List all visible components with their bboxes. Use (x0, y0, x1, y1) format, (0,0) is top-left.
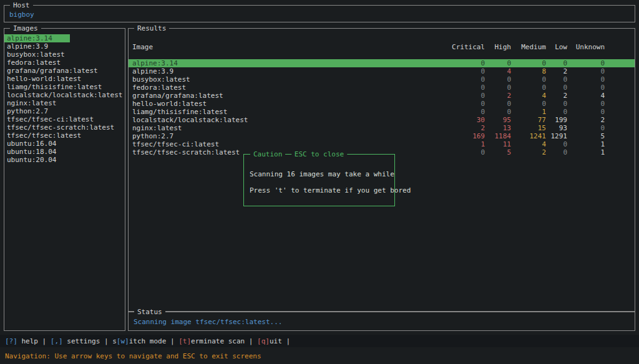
column-header-unknown: Unknown (567, 43, 605, 51)
result-row-image: nginx:latest (132, 124, 449, 132)
image-list-item[interactable]: grafana/grafana:latest (4, 67, 125, 75)
image-list-item-label: liamg/thisisfine:latest (7, 83, 102, 91)
image-list-item-label: nginx:latest (7, 99, 56, 107)
result-row[interactable]: grafana/grafana:latest02424 (129, 92, 635, 100)
count-critical: 0 (449, 84, 485, 92)
result-row[interactable]: busybox:latest00000 (129, 75, 635, 84)
result-row[interactable]: python:2.71691184124112915 (129, 132, 635, 140)
status-panel: Status Scanning image tfsec/tfsec:latest… (128, 312, 635, 331)
image-list-item[interactable]: alpine:3.14 (4, 34, 70, 42)
image-list-item[interactable]: tfsec/tfsec:latest (4, 132, 125, 140)
count-high: 4 (485, 67, 511, 75)
count-critical: 0 (449, 92, 485, 100)
count-low: 0 (546, 59, 567, 67)
count-medium: 2 (511, 148, 546, 156)
image-list-item[interactable]: tfsec/tfsec-ci:latest (4, 115, 125, 123)
count-unknown: 4 (567, 92, 605, 100)
image-list-item-label: ubuntu:18.04 (7, 148, 56, 156)
help-bar: [?] help | [,] settings | s[w]itch mode … (0, 335, 639, 347)
image-list-item[interactable]: nginx:latest (4, 99, 125, 107)
count-low: 0 (546, 148, 567, 156)
count-low: 2 (546, 67, 567, 75)
image-list-item-label: tfsec/tfsec-ci:latest (7, 115, 94, 123)
result-row[interactable]: fedora:latest00000 (129, 84, 635, 92)
count-high: 1184 (485, 132, 511, 140)
help-bar-text: help | (17, 337, 51, 345)
count-unknown: 0 (567, 67, 605, 75)
help-bar-key[interactable]: [t] (178, 337, 191, 345)
result-row[interactable]: alpine:3.1400000 (129, 59, 635, 67)
help-bar-key[interactable]: [,] (51, 337, 63, 345)
count-medium: 15 (511, 124, 546, 132)
results-panel-title: Results (134, 24, 169, 32)
column-header-critical: Critical (449, 43, 485, 51)
result-row[interactable]: tfsec/tfsec-ci:latest111401 (129, 140, 635, 148)
result-row[interactable]: localstack/localstack:latest3095771992 (129, 116, 635, 124)
image-list-item-label: tfsec/tfsec:latest (7, 132, 81, 140)
column-header-low: Low (546, 43, 567, 51)
result-row-image: busybox:latest (132, 75, 449, 84)
help-bar-key[interactable]: [?] (5, 337, 17, 345)
image-list-item[interactable]: ubuntu:16.04 (4, 140, 125, 148)
image-list-item[interactable]: fedora:latest (4, 59, 125, 67)
count-unknown: 0 (567, 84, 605, 92)
image-list-item[interactable]: busybox:latest (4, 50, 125, 59)
host-panel-title: Host (10, 1, 33, 9)
result-row[interactable]: nginx:latest21315930 (129, 124, 635, 132)
host-panel: Host bigboy (4, 5, 635, 22)
result-row[interactable]: alpine:3.904820 (129, 67, 635, 75)
help-bar-text: uit | (270, 337, 290, 345)
image-list-item[interactable]: ubuntu:18.04 (4, 148, 125, 156)
result-row-image: python:2.7 (132, 132, 449, 140)
count-critical: 30 (449, 116, 485, 124)
column-header-image: Image (132, 43, 449, 51)
count-unknown: 1 (567, 148, 605, 156)
count-unknown: 0 (567, 75, 605, 84)
count-medium: 4 (511, 92, 546, 100)
help-bar-key[interactable]: [q] (257, 337, 270, 345)
count-critical: 2 (449, 124, 485, 132)
count-critical: 0 (449, 100, 485, 108)
count-medium: 0 (511, 75, 546, 84)
count-high: 0 (485, 108, 511, 116)
image-list-item[interactable]: python:2.7 (4, 107, 125, 115)
count-unknown: 0 (567, 124, 605, 132)
image-list-item[interactable]: hello-world:latest (4, 75, 125, 83)
count-low: 2 (546, 92, 567, 100)
image-list-item[interactable]: alpine:3.9 (4, 42, 125, 50)
image-list-item-label: alpine:3.9 (7, 42, 48, 50)
help-bar-key[interactable]: [w] (117, 337, 129, 345)
count-low: 0 (546, 100, 567, 108)
count-high: 13 (485, 124, 511, 132)
count-high: 95 (485, 116, 511, 124)
count-critical: 169 (449, 132, 485, 140)
result-row[interactable]: hello-world:latest00000 (129, 100, 635, 108)
image-list-item[interactable]: liamg/thisisfine:latest (4, 83, 125, 91)
image-list-item-label: python:2.7 (7, 107, 48, 115)
result-row-image: localstack/localstack:latest (132, 116, 449, 124)
count-low: 93 (546, 124, 567, 132)
count-critical: 0 (449, 148, 485, 156)
result-row-image: alpine:3.14 (132, 59, 449, 67)
count-high: 11 (485, 140, 511, 148)
count-low: 199 (546, 116, 567, 124)
help-bar-text: settings | s (63, 337, 117, 345)
count-high: 0 (485, 59, 511, 67)
image-list-item[interactable]: tfsec/tfsec-scratch:latest (4, 123, 125, 132)
image-list-item[interactable]: ubuntu:20.04 (4, 156, 125, 164)
caution-dialog: Caution ESC to close Scanning 16 images … (243, 154, 395, 206)
result-row-image: liamg/thisisfine:latest (132, 108, 449, 116)
image-list-item-label: grafana/grafana:latest (7, 67, 98, 75)
results-header: Image Critical High Medium Low Unknown (129, 43, 635, 51)
navigation-hint: Navigation: Use arrow keys to navigate a… (5, 352, 261, 360)
image-list-item-label: fedora:latest (7, 59, 61, 67)
result-row-image: hello-world:latest (132, 100, 449, 108)
count-high: 0 (485, 100, 511, 108)
images-panel-title: Images (10, 24, 41, 32)
count-medium: 4 (511, 140, 546, 148)
image-list-item[interactable]: localstack/localstack:latest (4, 91, 125, 99)
result-row[interactable]: liamg/thisisfine:latest00100 (129, 108, 635, 116)
help-bar-text: itch mode | (129, 337, 178, 345)
count-critical: 0 (449, 75, 485, 84)
count-medium: 0 (511, 84, 546, 92)
